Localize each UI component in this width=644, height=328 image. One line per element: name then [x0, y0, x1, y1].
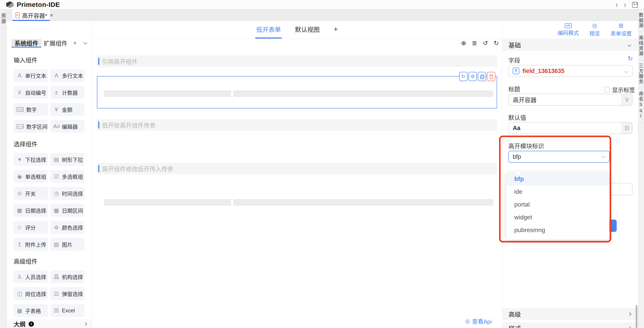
style-expand-chevron-icon[interactable] [628, 326, 632, 328]
default-value-input[interactable]: Aa D [508, 122, 632, 134]
right-rail-item-data-source[interactable]: 数据源 [638, 10, 644, 32]
module-id-value: bfp [513, 153, 521, 160]
code-mode-button[interactable]: </> 编码模式 [558, 23, 579, 36]
form-file-icon [16, 12, 20, 18]
right-rail: 数据源 离线资源 三方服务 命名Sql [638, 10, 644, 328]
module-id-dropdown: bfp ide portal widget pubresmng [506, 173, 610, 240]
right-rail-item-third-party-service[interactable]: 三方服务 [638, 60, 644, 88]
basic-collapse-chevron-icon[interactable] [628, 43, 632, 47]
form-settings-button[interactable]: ⊞ 表单设置 [610, 23, 632, 37]
palette-item-counter[interactable]: ±计数器 [50, 86, 84, 99]
palette-item-date-range[interactable]: ▦日期区间 [50, 204, 84, 217]
globe-icon[interactable]: ⊕ [461, 40, 466, 46]
filter-list-icon[interactable]: ≣ [472, 40, 477, 46]
nav-forward-button[interactable]: › [624, 1, 626, 9]
module-option-ide[interactable]: ide [506, 185, 610, 198]
palette-item-radio-group[interactable]: ◉单选框组 [14, 170, 48, 183]
palette-item-org-select[interactable]: 品机构选择 [50, 270, 84, 283]
style-section-header[interactable]: 样式 [502, 322, 638, 328]
palette-item-post-select[interactable]: ◫岗位选择 [14, 287, 48, 300]
text-type-icon: T [513, 68, 519, 74]
info-icon: i [29, 321, 34, 327]
palette-item-switch[interactable]: ⊙开关 [14, 187, 48, 200]
skeleton-bar [233, 199, 493, 206]
tab-system-components[interactable]: 系统组件 [12, 39, 42, 47]
doc-tab-close-icon[interactable]: × [50, 12, 53, 19]
undo-icon[interactable]: ↺ [483, 40, 488, 46]
module-option-widget[interactable]: widget [506, 211, 610, 224]
module-option-pubresmng[interactable]: pubresmng [506, 224, 610, 236]
outline-label: 大纲 [14, 320, 26, 328]
module-id-select[interactable]: bfp [508, 151, 610, 163]
widget-copy-button[interactable] [478, 72, 486, 81]
view-tabbar: 低开表单 默认视图 + [92, 21, 502, 39]
nav-back-button[interactable]: ‹ [615, 1, 618, 9]
field-select[interactable]: T field_13613635 [508, 65, 632, 77]
palette-item-person-select[interactable]: ♙人员选择 [14, 270, 48, 283]
doc-tab-high-code-container[interactable]: 高开容器* × [12, 10, 50, 21]
tab-default-view[interactable]: 默认视图 [294, 21, 320, 39]
inspector-scrollbar[interactable] [636, 305, 638, 328]
palette-item-image[interactable]: ▨图片 [50, 238, 84, 251]
right-rail-item-offline-resource[interactable]: 离线资源 [638, 32, 644, 60]
palette-item-checkbox-group[interactable]: ☑多选框组 [50, 170, 84, 183]
tab-low-code-form[interactable]: 低开表单 [255, 21, 282, 39]
palette-item-multi-line-text[interactable]: A多行文本 [50, 69, 84, 82]
add-view-button[interactable]: + [333, 21, 339, 39]
palette-item-editor[interactable]: A≡编辑器 [50, 120, 84, 133]
module-option-portal[interactable]: portal [506, 198, 610, 211]
dropdown-select-icon: ▾ [16, 157, 23, 162]
palette-item-color-picker[interactable]: ⊚颜色选择 [50, 221, 84, 234]
outline-expand-chevron-icon[interactable] [84, 322, 87, 326]
primeton-ide-window: Primeton-IDE ‹ › 资源 高开容器* × 系统组件 扩展组件 ≡ … [0, 0, 644, 328]
field-refresh-icon[interactable]: ↻ [628, 55, 633, 62]
skeleton-bar [233, 90, 493, 97]
palette-item-rating[interactable]: ☆评分 [14, 221, 48, 234]
redo-icon[interactable]: ↻ [494, 40, 499, 46]
right-rail-item-named-sql[interactable]: 命名Sql [638, 88, 644, 123]
show-label-control[interactable]: 显示标签 [604, 86, 635, 94]
designer-header-actions: </> 编码模式 ◎ 预览 ⊞ 表单设置 [502, 21, 638, 39]
palette-item-popup-select[interactable]: ⊡弹窗选择 [50, 287, 84, 300]
default-value-text: Aa [513, 125, 520, 132]
outline-bar[interactable]: 大纲 i [6, 320, 92, 328]
palette-item-excel[interactable]: ☒Excel [50, 304, 84, 317]
module-option-bfp[interactable]: bfp [506, 173, 610, 185]
default-suffix-badge[interactable]: D [622, 123, 632, 134]
widget-delete-button[interactable] [487, 72, 495, 81]
tab-extension-components[interactable]: 扩展组件 [42, 39, 70, 47]
palette-menu-icon[interactable]: ≡ [74, 41, 76, 46]
title-suffix-badge[interactable]: V [622, 94, 632, 105]
palette-item-upload[interactable]: ↥附件上传 [14, 238, 48, 251]
skeleton-bar [104, 199, 231, 206]
advanced-section-header[interactable]: 高级 [502, 308, 638, 320]
palette-item-time-picker[interactable]: ◷时间选择 [50, 187, 84, 200]
advanced-expand-chevron-icon[interactable] [628, 312, 632, 316]
palette-item-single-line-text[interactable]: A单行文本 [14, 69, 48, 82]
palette-item-tree-dropdown[interactable]: ▤树形下拉 [50, 153, 84, 166]
view-api-link[interactable]: ◎ 查看Api [465, 317, 492, 325]
title-input[interactable]: 高开容器 V [508, 94, 632, 106]
show-label-checkbox[interactable] [604, 87, 610, 92]
multi-line-text-icon: A [53, 73, 60, 78]
preview-button[interactable]: ◎ 预览 [590, 23, 600, 37]
palette-item-dropdown-select[interactable]: ▾下拉选择 [14, 153, 48, 166]
widget-settings-button[interactable]: ⚙ [468, 72, 477, 81]
preview-eye-icon: ◎ [592, 23, 597, 29]
basic-section-header[interactable]: 基础 [502, 39, 638, 51]
save-icon[interactable] [632, 2, 638, 8]
palette-item-amount[interactable]: ¥金额 [50, 103, 84, 116]
widget-sync-button[interactable]: ↻ [459, 72, 468, 81]
section-title-input-components: 输入组件 [14, 56, 58, 64]
radio-group-icon: ◉ [16, 174, 23, 179]
color-picker-icon: ⊚ [53, 225, 60, 230]
palette-item-sub-table[interactable]: ▦子表格 [14, 304, 48, 317]
palette-item-date-picker[interactable]: ▦日期选择 [14, 204, 48, 217]
palette-item-number[interactable]: 123数字 [14, 103, 48, 116]
left-rail-item-resources[interactable]: 资源 [0, 10, 6, 29]
palette-item-number-range[interactable]: 1~3数字区间 [14, 120, 48, 133]
palette-item-auto-number[interactable]: #自动编号 [14, 86, 48, 99]
title-label: 标题 [508, 85, 520, 93]
palette-collapse-chevron-icon[interactable] [84, 41, 87, 45]
left-rail: 资源 [0, 10, 6, 328]
